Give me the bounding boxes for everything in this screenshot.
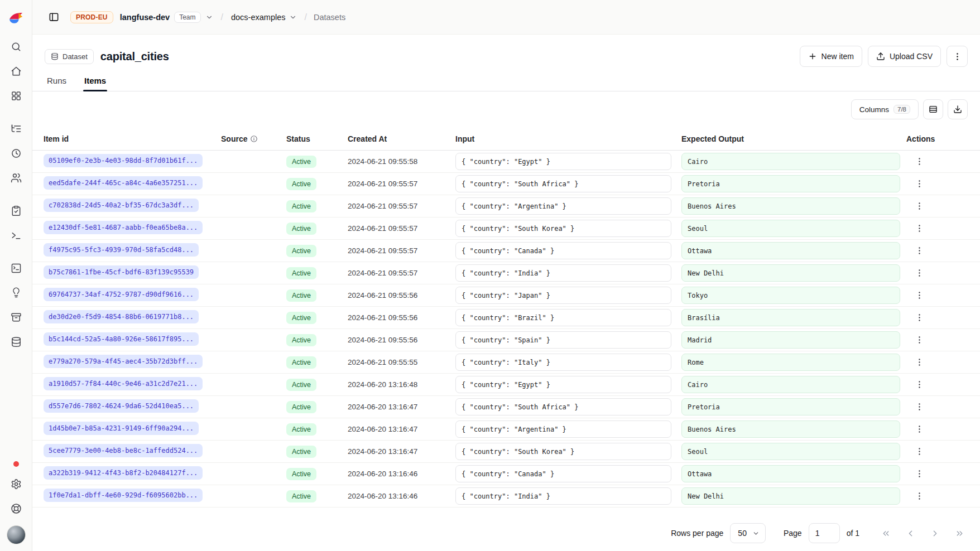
last-page-button[interactable] [951,525,968,542]
previous-page-button[interactable] [902,525,919,542]
item-id-link[interactable]: c702838d-24d5-40a2-bf35-67dc3a3df... [44,199,199,212]
table-row[interactable]: a322b319-9412-4f43-b8f2-b20484127f... Ac… [32,463,980,485]
row-actions-button[interactable] [911,153,928,170]
tab-items[interactable]: Items [83,76,107,91]
row-actions-button[interactable] [911,354,928,371]
tab-runs[interactable]: Runs [46,76,68,91]
sidebar-toggle-button[interactable] [45,8,63,26]
item-id-link[interactable]: a1910d57-7f84-440c-9e46-a31c2d7e21... [44,377,203,390]
export-button[interactable] [948,99,968,119]
item-id-link[interactable]: 05109ef0-2e3b-4e03-98dd-8f7d01b61f... [44,154,203,167]
more-vertical-icon [915,357,924,367]
row-actions-button[interactable] [911,399,928,415]
expected-output-preview: Cairo [681,376,900,393]
actions-cell [906,265,980,282]
status-cell: Active [286,223,348,235]
more-vertical-icon [915,469,924,478]
item-id-link[interactable]: 1f0e7da1-dbff-4e60-929d-f6095602bb... [44,489,203,502]
sidebar-item-datasets[interactable] [6,332,26,352]
project-name: docs-examples [231,13,286,22]
table-row[interactable]: 5cee7779-3e00-4eb8-be8c-1affedd524... Ac… [32,441,980,463]
item-id-link[interactable]: e12430df-5e81-4687-aabb-f0ea65be8a... [44,221,203,234]
item-id-link[interactable]: 5cee7779-3e00-4eb8-be8c-1affedd524... [44,444,203,457]
sidebar-item-dashboards[interactable] [6,86,26,106]
row-actions-button[interactable] [911,265,928,282]
info-icon[interactable] [250,135,258,143]
more-actions-button[interactable] [947,46,968,67]
sidebar-item-evaluation[interactable] [6,201,26,221]
table-row[interactable]: d557e7d6-7802-4624-9da6-52d410ea5... Act… [32,396,980,418]
columns-button[interactable]: Columns 7/8 [851,99,919,119]
sidebar-item-prompts[interactable] [6,225,26,245]
table-row[interactable]: 69764737-34af-4752-9787-d90df9616... Act… [32,284,980,307]
status-badge: Active [286,446,316,458]
status-cell: Active [286,267,348,279]
status-badge: Active [286,223,316,235]
sidebar-item-tracing[interactable] [6,119,26,139]
input-preview: { "country": "South Korea" } [455,443,671,460]
sidebar-item-home[interactable] [6,61,26,81]
sidebar-item-search[interactable] [6,37,26,57]
rows-per-page-select[interactable]: 50 [730,523,766,543]
page-label: Page [784,529,802,538]
row-actions-button[interactable] [911,443,928,460]
row-height-button[interactable] [923,99,943,119]
next-page-button[interactable] [926,525,943,542]
table-row[interactable]: 05109ef0-2e3b-4e03-98dd-8f7d01b61f... Ac… [32,151,980,173]
upload-csv-button[interactable]: Upload CSV [868,46,941,67]
row-actions-button[interactable] [911,376,928,393]
page-number-group: Page of 1 [784,523,859,543]
sidebar-item-sessions[interactable] [6,143,26,163]
row-actions-button[interactable] [911,332,928,349]
table-row[interactable]: c702838d-24d5-40a2-bf35-67dc3a3df... Act… [32,195,980,218]
row-actions-button[interactable] [911,310,928,326]
table-row[interactable]: b5c144cd-52a5-4a80-926e-58617f895... Act… [32,329,980,351]
row-actions-button[interactable] [911,287,928,304]
row-actions-button[interactable] [911,198,928,215]
org-switcher[interactable]: langfuse-dev Team [119,9,214,25]
table-row[interactable]: de30d2e0-f5d9-4854-88b6-0619771b8... Act… [32,307,980,329]
table-row[interactable]: e779a270-579a-4f45-aec4-35b72d3bff... Ac… [32,351,980,374]
environment-badge[interactable]: PROD-EU [70,11,113,23]
item-id-link[interactable]: b75c7861-1fbe-45cf-bdf6-83f139c95539 [44,265,199,279]
table-row[interactable]: a1910d57-7f84-440c-9e46-a31c2d7e21... Ac… [32,374,980,396]
plus-icon [808,52,817,61]
item-id-link[interactable]: e779a270-579a-4f45-aec4-35b72d3bff... [44,355,203,368]
sidebar-item-settings[interactable] [6,474,26,494]
sidebar-item-judge[interactable] [6,283,26,303]
langfuse-logo[interactable] [0,0,32,35]
status-cell: Active [286,379,348,391]
table-row[interactable]: b75c7861-1fbe-45cf-bdf6-83f139c95539 Act… [32,262,980,284]
row-actions-button[interactable] [911,243,928,259]
table-row[interactable]: 1d45b0e7-b85a-4231-9149-6ff90a294... Act… [32,418,980,441]
table-row[interactable]: e12430df-5e81-4687-aabb-f0ea65be8a... Ac… [32,218,980,240]
row-actions-button[interactable] [911,176,928,192]
item-id-link[interactable]: f4975c95-5fc3-4939-970d-58fa5cd48... [44,243,199,257]
user-avatar[interactable] [7,525,26,544]
sidebar-item-annotation-queues[interactable] [6,307,26,327]
first-page-button[interactable] [877,525,894,542]
table-row[interactable]: f4975c95-5fc3-4939-970d-58fa5cd48... Act… [32,240,980,262]
sidebar-bottom-nav [6,474,26,519]
item-id-link[interactable]: 1d45b0e7-b85a-4231-9149-6ff90a294... [44,422,199,435]
actions-cell [906,354,980,371]
item-id-link[interactable]: eed5dafe-244f-465c-a84c-4a6e357251... [44,176,203,190]
row-actions-button[interactable] [911,466,928,482]
sidebar-item-users[interactable] [6,168,26,188]
item-id-link[interactable]: b5c144cd-52a5-4a80-926e-58617f895... [44,332,199,346]
page-number-input[interactable] [809,523,840,543]
row-actions-button[interactable] [911,421,928,438]
project-switcher[interactable]: docs-examples [230,11,298,24]
new-item-button[interactable]: New item [800,46,862,67]
sidebar-item-support[interactable] [6,499,26,519]
breadcrumb-datasets[interactable]: Datasets [314,13,345,22]
table-row[interactable]: 1f0e7da1-dbff-4e60-929d-f6095602bb... Ac… [32,485,980,508]
item-id-link[interactable]: d557e7d6-7802-4624-9da6-52d410ea5... [44,399,199,413]
item-id-link[interactable]: a322b319-9412-4f43-b8f2-b20484127f... [44,466,203,480]
row-actions-button[interactable] [911,488,928,505]
item-id-link[interactable]: 69764737-34af-4752-9787-d90df9616... [44,288,199,301]
table-row[interactable]: eed5dafe-244f-465c-a84c-4a6e357251... Ac… [32,173,980,195]
item-id-link[interactable]: de30d2e0-f5d9-4854-88b6-0619771b8... [44,310,199,323]
sidebar-item-playground[interactable] [6,258,26,278]
row-actions-button[interactable] [911,220,928,237]
